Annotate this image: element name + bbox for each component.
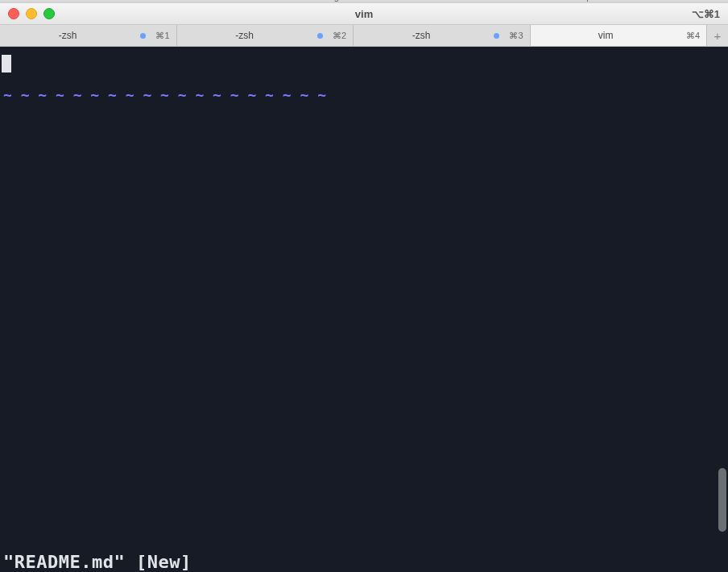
vim-tilde-column: ~ ~ ~ ~ ~ ~ ~ ~ ~ ~ ~ ~ ~ ~ ~ ~ ~ ~ ~ [3, 82, 326, 107]
scrollbar-thumb[interactable] [718, 468, 726, 531]
activity-dot-icon [494, 33, 499, 39]
background-tab-hint: The TimeZone Co... [185, 0, 263, 2]
tab-shortcut: ⌘1 [151, 31, 176, 41]
tab-shortcut: ⌘3 [504, 31, 529, 41]
activity-dot-icon [317, 33, 323, 39]
background-tab-hint: s=e... [0, 0, 22, 2]
plus-icon: + [714, 29, 722, 43]
terminal-viewport[interactable]: ~ ~ ~ ~ ~ ~ ~ ~ ~ ~ ~ ~ ~ ~ ~ ~ ~ ~ ~ "R… [0, 47, 728, 572]
traffic-lights [0, 8, 55, 19]
background-tab-hint: Audible UK | Audi... [540, 0, 616, 2]
terminal-tab[interactable]: -zsh⌘2 [177, 25, 354, 46]
background-tab-hint: Online Course: Ma... [56, 0, 138, 2]
terminal-tab-bar: -zsh⌘1-zsh⌘2-zsh⌘3vim⌘4 + [0, 25, 728, 47]
tab-label: -zsh [177, 30, 312, 41]
close-icon[interactable] [8, 8, 19, 19]
tab-shortcut: ⌘2 [328, 31, 353, 41]
terminal-tab[interactable]: -zsh⌘3 [354, 25, 531, 46]
terminal-tab[interactable]: -zsh⌘1 [0, 25, 177, 46]
window-title-bar: vim ⌥⌘1 [0, 3, 728, 25]
scrollbar[interactable] [717, 47, 728, 572]
tab-label: -zsh [0, 30, 135, 41]
tab-shortcut: ⌘4 [686, 31, 706, 41]
minimize-icon[interactable] [26, 8, 37, 19]
terminal-tab[interactable]: vim⌘4 [531, 25, 708, 46]
tab-label: -zsh [354, 30, 489, 41]
window-shortcut: ⌥⌘1 [692, 8, 720, 20]
cursor-block [2, 55, 11, 73]
background-tab-hint: K Handbook: Trai... [419, 0, 494, 2]
tab-label: vim [531, 30, 681, 41]
new-tab-button[interactable]: + [707, 25, 728, 46]
editor-area[interactable]: ~ ~ ~ ~ ~ ~ ~ ~ ~ ~ ~ ~ ~ ~ ~ ~ ~ ~ ~ [0, 50, 717, 549]
window-title: vim [0, 8, 728, 20]
vim-status-line: "README.md" [New] [3, 552, 192, 572]
activity-dot-icon [140, 33, 146, 39]
background-tab-hint: Running Jobs on... [306, 0, 380, 2]
maximize-icon[interactable] [43, 8, 55, 19]
